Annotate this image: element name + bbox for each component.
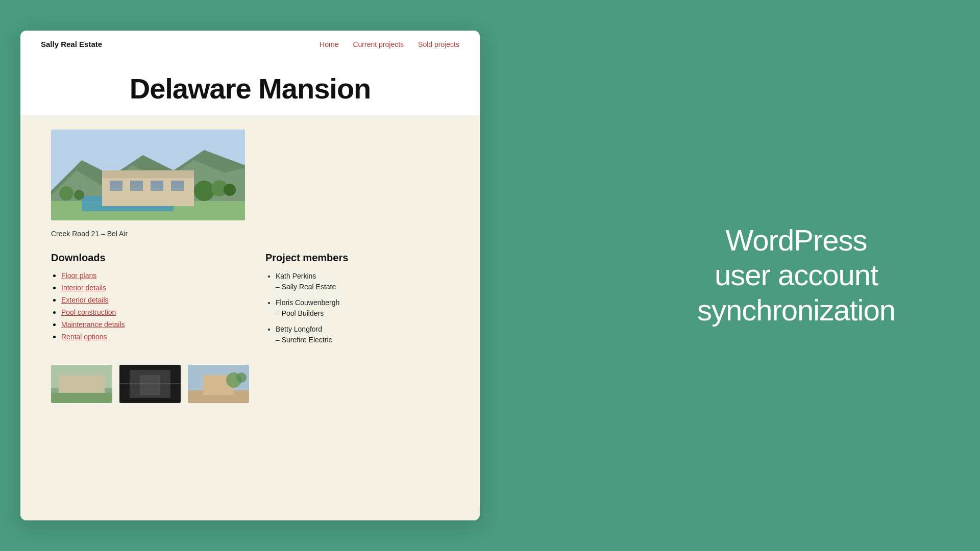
member-company-1: Pool Builders [282, 309, 324, 317]
right-panel: WordPress user account synchronization [653, 223, 939, 328]
svg-point-13 [224, 184, 236, 196]
page-title: Delaware Mansion [41, 72, 459, 105]
right-panel-line3: synchronization [697, 293, 895, 327]
nav-sold-projects[interactable]: Sold projects [418, 40, 459, 48]
members-list: Kath Perkins – Sally Real Estate Floris … [265, 271, 449, 345]
list-item: Exterior details [61, 295, 235, 305]
list-item: Floor plans [61, 271, 235, 280]
thumbnail-3[interactable] [188, 365, 249, 403]
member-name-0: Kath Perkins [276, 272, 316, 280]
svg-point-14 [59, 186, 74, 201]
downloads-section: Downloads Floor plans Interior details E… [51, 252, 235, 350]
browser-window: Sally Real Estate Home Current projects … [20, 31, 480, 520]
rental-options-link[interactable]: Rental options [61, 333, 107, 341]
thumbnail-1[interactable] [51, 365, 112, 403]
members-section: Project members Kath Perkins – Sally Rea… [265, 252, 449, 350]
svg-rect-8 [130, 181, 143, 191]
downloads-list: Floor plans Interior details Exterior de… [51, 271, 235, 341]
list-item: Betty Longford – Surefire Electric [276, 324, 449, 345]
site-nav: Home Current projects Sold projects [320, 40, 459, 48]
floor-plans-link[interactable]: Floor plans [61, 271, 96, 280]
list-item: Rental options [61, 332, 235, 341]
svg-rect-19 [51, 393, 112, 403]
member-company-2: Surefire Electric [282, 336, 332, 344]
thumbnail-2[interactable] [119, 365, 181, 403]
right-panel-line2: user account [715, 259, 878, 292]
list-item: Interior details [61, 283, 235, 292]
property-image-container [51, 130, 245, 220]
svg-rect-23 [140, 375, 160, 395]
two-col-section: Downloads Floor plans Interior details E… [51, 252, 449, 350]
svg-point-15 [74, 190, 84, 200]
downloads-heading: Downloads [51, 252, 235, 264]
svg-rect-6 [102, 170, 194, 178]
hero-title-area: Delaware Mansion [20, 58, 480, 115]
svg-rect-7 [110, 181, 122, 191]
property-address: Creek Road 21 – Bel Air [51, 230, 449, 238]
interior-details-link[interactable]: Interior details [61, 284, 106, 292]
site-logo: Sally Real Estate [41, 40, 102, 48]
svg-rect-9 [151, 181, 163, 191]
list-item: Pool construction [61, 308, 235, 317]
exterior-details-link[interactable]: Exterior details [61, 296, 109, 304]
member-name-1: Floris Couwenbergh [276, 298, 339, 307]
property-image [51, 130, 245, 220]
list-item: Floris Couwenbergh – Pool Builders [276, 297, 449, 319]
member-name-2: Betty Longford [276, 325, 322, 333]
svg-rect-10 [171, 181, 184, 191]
members-heading: Project members [265, 252, 449, 264]
pool-construction-link[interactable]: Pool construction [61, 308, 116, 316]
site-header: Sally Real Estate Home Current projects … [20, 31, 480, 58]
right-panel-line1: WordPress [726, 223, 867, 257]
thumbnails-row [51, 365, 449, 403]
member-company-0: Sally Real Estate [282, 283, 336, 291]
nav-home[interactable]: Home [320, 40, 338, 48]
svg-rect-18 [59, 375, 105, 393]
list-item: Maintenance details [61, 320, 235, 329]
main-content: Creek Road 21 – Bel Air Downloads Floor … [20, 115, 480, 520]
list-item: Kath Perkins – Sally Real Estate [276, 271, 449, 292]
svg-point-11 [194, 181, 214, 201]
maintenance-details-link[interactable]: Maintenance details [61, 320, 125, 329]
nav-current-projects[interactable]: Current projects [353, 40, 404, 48]
svg-point-29 [236, 372, 247, 383]
